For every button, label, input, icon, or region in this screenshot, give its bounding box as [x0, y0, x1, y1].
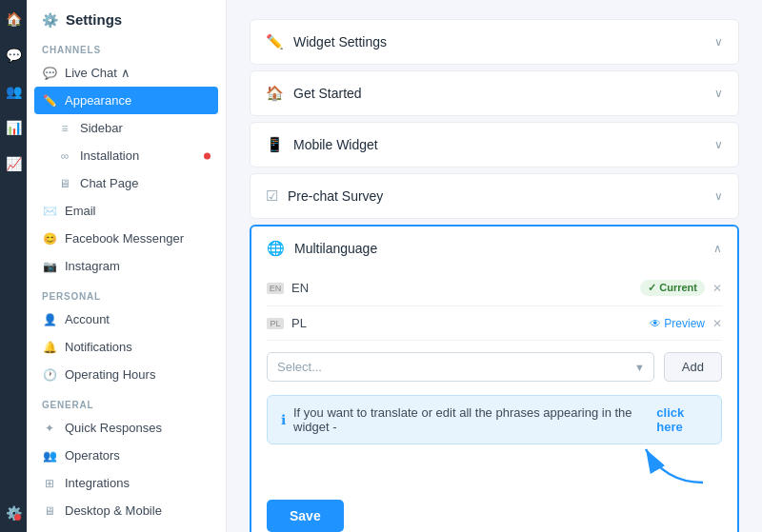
sidebar-item-chat-page[interactable]: 🖥 Chat Page	[27, 169, 226, 197]
accordion-header-mobile-widget[interactable]: 📱 Mobile Widget ∨	[251, 123, 738, 167]
language-row-en: EN EN ✓ Current ✕	[267, 270, 722, 306]
lang-right-en: ✓ Current ✕	[640, 280, 722, 296]
accordion-mobile-widget[interactable]: 📱 Mobile Widget ∨	[250, 122, 739, 167]
sidebar-item-label: Instagram	[65, 259, 120, 273]
accordion-header-left: 🌐 Multilanguage	[267, 240, 377, 257]
sidebar: ⚙️ Settings CHANNELS 💬 Live Chat ∧ ✏️ Ap…	[27, 0, 227, 532]
accordion-header-get-started[interactable]: 🏠 Get Started ∨	[251, 71, 738, 115]
add-language-button[interactable]: Add	[664, 352, 722, 382]
accordion-header-multilanguage[interactable]: 🌐 Multilanguage ∧	[251, 227, 737, 270]
reports-icon[interactable]: 📊	[4, 118, 23, 137]
operators-icon: 👥	[42, 449, 57, 463]
chat-page-icon: 🖥	[57, 177, 72, 190]
accordion-multilanguage[interactable]: 🌐 Multilanguage ∧ EN EN ✓ Current ✕ PL	[250, 225, 739, 532]
sidebar-item-label: Operating Hours	[65, 367, 155, 382]
accordion-header-left: ☑ Pre-chat Survey	[266, 187, 383, 205]
accordion-pre-chat-survey[interactable]: ☑ Pre-chat Survey ∨	[250, 173, 739, 219]
lang-code-pl: PL	[291, 316, 307, 330]
accordion-get-started[interactable]: 🏠 Get Started ∨	[250, 70, 739, 116]
settings-rail-icon[interactable]: ⚙️	[4, 503, 23, 522]
sidebar-item-label: Appearance	[65, 93, 131, 108]
sidebar-item-facebook[interactable]: 😊 Facebook Messenger	[27, 225, 226, 252]
channels-section-label: CHANNELS	[27, 33, 226, 59]
pencil-icon: ✏️	[266, 33, 284, 50]
en-flag: EN	[267, 283, 284, 294]
sidebar-item-label: Quick Responses	[65, 421, 162, 435]
quick-responses-icon: ✦	[42, 422, 57, 435]
accordion-header-widget-settings[interactable]: ✏️ Widget Settings ∨	[251, 20, 738, 64]
click-here-link[interactable]: click here	[656, 405, 708, 434]
sidebar-item-operators[interactable]: 👥 Operators	[27, 442, 226, 469]
sidebar-item-desktop-mobile[interactable]: 🖥 Desktop & Mobile	[27, 497, 226, 524]
accordion-label: Widget Settings	[293, 34, 387, 49]
sidebar-item-label: Sidebar	[80, 121, 123, 135]
page-title: Settings	[66, 11, 122, 28]
account-icon: 👤	[42, 313, 57, 326]
chat-icon[interactable]: 💬	[4, 46, 23, 65]
sidebar-item-label: Email	[65, 204, 96, 218]
personal-section-label: PERSONAL	[27, 280, 226, 305]
lang-code-en: EN	[291, 281, 309, 295]
accordion-label: Pre-chat Survey	[288, 188, 383, 204]
sidebar-item-contact-properties[interactable]: 📁 Contact Properties	[27, 524, 226, 532]
sidebar-item-sidebar[interactable]: ≡ Sidebar	[27, 114, 226, 142]
chevron-down-icon: ∨	[714, 35, 723, 49]
lang-right-pl: 👁 Preview ✕	[650, 317, 722, 330]
sidebar-item-appearance[interactable]: ✏️ Appearance	[34, 87, 218, 114]
sidebar-item-label: Account	[65, 312, 110, 326]
installation-dot	[204, 152, 211, 159]
sidebar-header: ⚙️ Settings	[27, 0, 226, 33]
analytics-icon[interactable]: 📈	[4, 154, 23, 173]
chevron-down-icon: ∨	[714, 87, 723, 100]
multilanguage-body: EN EN ✓ Current ✕ PL PL 👁 Preview ✕	[251, 270, 737, 532]
accordion-label: Get Started	[293, 86, 362, 101]
home-icon[interactable]: 🏠	[4, 10, 23, 29]
language-row-pl: PL PL 👁 Preview ✕	[267, 306, 722, 341]
general-section-label: GENERAL	[27, 388, 226, 414]
notifications-icon: 🔔	[42, 341, 57, 354]
main-content: ✏️ Widget Settings ∨ 🏠 Get Started ∨ 📱 M…	[227, 0, 762, 532]
sidebar-item-instagram[interactable]: 📷 Instagram	[27, 252, 226, 280]
remove-pl-button[interactable]: ✕	[712, 317, 722, 330]
chevron-up-icon: ∧	[713, 242, 722, 255]
home-acc-icon: 🏠	[266, 85, 284, 102]
sidebar-item-installation[interactable]: ∞ Installation	[27, 142, 226, 169]
chevron-down-icon: ∨	[714, 138, 723, 151]
preview-badge[interactable]: 👁 Preview	[650, 317, 705, 330]
sidebar-item-integrations[interactable]: ⊞ Integrations	[27, 469, 226, 497]
accordion-header-left: ✏️ Widget Settings	[266, 33, 387, 50]
sidebar-item-notifications[interactable]: 🔔 Notifications	[27, 333, 226, 361]
sidebar-item-operating-hours[interactable]: 🕐 Operating Hours	[27, 361, 226, 388]
icon-rail: 🏠 💬 👥 📊 📈 ⚙️	[0, 0, 27, 532]
sidebar-icon: ≡	[57, 122, 72, 135]
sidebar-item-label: Notifications	[65, 340, 132, 354]
operating-hours-icon: 🕐	[42, 368, 57, 382]
sidebar-item-account[interactable]: 👤 Account	[27, 305, 226, 333]
sidebar-item-label: Live Chat ∧	[65, 66, 130, 80]
contacts-icon[interactable]: 👥	[4, 82, 23, 101]
accordion-header-pre-chat-survey[interactable]: ☑ Pre-chat Survey ∨	[251, 174, 738, 218]
instagram-icon: 📷	[42, 260, 57, 273]
save-button[interactable]: Save	[267, 500, 344, 532]
info-icon: ℹ	[281, 412, 286, 427]
arrow-annotation	[267, 444, 722, 492]
sidebar-item-quick-responses[interactable]: ✦ Quick Responses	[27, 414, 226, 442]
annotation-arrow	[627, 435, 722, 487]
language-select[interactable]: Select... DE FR ES IT	[267, 352, 654, 382]
accordion-header-left: 🏠 Get Started	[266, 85, 362, 102]
facebook-icon: 😊	[42, 232, 57, 246]
settings-notification-dot	[14, 514, 21, 521]
live-chat-icon: 💬	[42, 67, 57, 80]
sidebar-item-label: Operators	[65, 448, 120, 463]
remove-en-button[interactable]: ✕	[712, 282, 722, 295]
current-badge: ✓ Current	[640, 280, 705, 296]
integrations-icon: ⊞	[42, 477, 57, 490]
appearance-icon: ✏️	[42, 94, 57, 108]
sidebar-gear-icon: ⚙️	[42, 12, 58, 28]
survey-icon: ☑	[266, 187, 278, 205]
sidebar-item-live-chat[interactable]: 💬 Live Chat ∧	[27, 59, 226, 87]
accordion-widget-settings[interactable]: ✏️ Widget Settings ∨	[250, 19, 739, 65]
sidebar-item-email[interactable]: ✉️ Email	[27, 197, 226, 225]
lang-left-pl: PL PL	[267, 316, 307, 330]
sidebar-item-label: Chat Page	[80, 176, 138, 190]
